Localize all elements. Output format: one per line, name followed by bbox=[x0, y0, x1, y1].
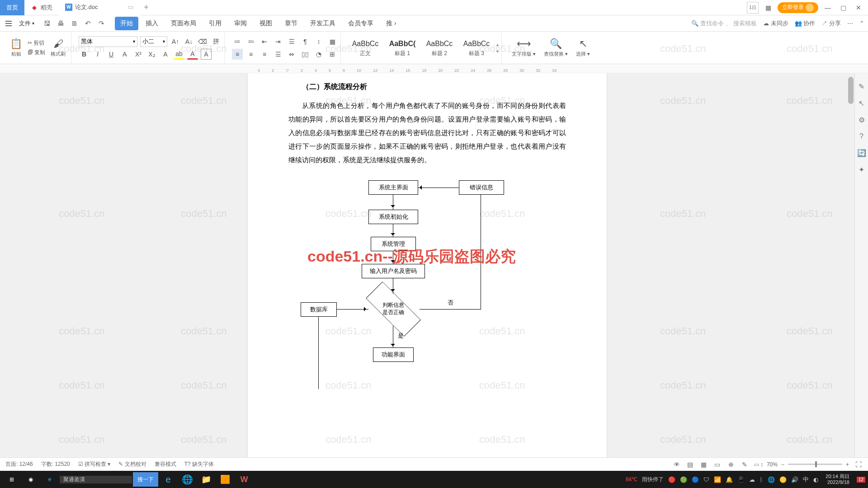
tray-icon-4[interactable]: 🛡 bbox=[703, 476, 709, 483]
undo-icon[interactable]: ↶ bbox=[83, 19, 92, 28]
eye-icon[interactable]: 👁 bbox=[673, 460, 681, 469]
tray-icon-7[interactable]: 📱 bbox=[737, 476, 745, 483]
tray-icon-5[interactable]: 📶 bbox=[714, 476, 721, 483]
missing-font[interactable]: T? 缺失字体 bbox=[184, 460, 214, 468]
styles-expand[interactable]: ▴▾ bbox=[496, 42, 499, 54]
word-count[interactable]: 字数: 12520 bbox=[41, 460, 70, 468]
tab-document[interactable]: W 论文.doc ▭ bbox=[59, 0, 140, 15]
bullets-button[interactable]: ≔ bbox=[232, 36, 243, 47]
select-button[interactable]: ↖选择 ▾ bbox=[573, 37, 593, 58]
tab-menu-icon[interactable]: ▭ bbox=[128, 4, 133, 10]
font-family-select[interactable]: 黑体▾ bbox=[79, 36, 137, 47]
tab-devtools[interactable]: 开发工具 bbox=[305, 17, 341, 30]
tab-reference[interactable]: 引用 bbox=[203, 17, 227, 30]
tab-page-layout[interactable]: 页面布局 bbox=[165, 17, 202, 30]
view-page-icon[interactable]: ▤ bbox=[686, 460, 694, 469]
clear-format-icon[interactable]: ⌫ bbox=[197, 36, 208, 47]
shrink-font-icon[interactable]: A↓ bbox=[184, 36, 194, 47]
align-right-button[interactable]: ≡ bbox=[259, 49, 270, 60]
paste-button[interactable]: 📋粘贴 bbox=[7, 37, 25, 58]
compat-mode[interactable]: 兼容模式 bbox=[155, 460, 176, 468]
style-h2[interactable]: AaBbCc标题 2 bbox=[422, 38, 457, 57]
edit-icon[interactable]: ✎ bbox=[741, 460, 749, 469]
italic-button[interactable]: I bbox=[92, 49, 103, 60]
sync-status[interactable]: ☁ 未同步 bbox=[763, 19, 788, 28]
fullscreen-icon[interactable]: ⛶ bbox=[854, 460, 863, 469]
ruler[interactable]: 42▽246810121416182022242628303234 bbox=[0, 64, 868, 73]
collab-button[interactable]: 👥 协作 bbox=[795, 19, 816, 28]
tray-icon-9[interactable]: 🟡 bbox=[779, 476, 787, 483]
chrome-icon[interactable]: 🌐 bbox=[178, 472, 196, 487]
tab-insert[interactable]: 插入 bbox=[140, 17, 164, 30]
zoom-in-button[interactable]: + bbox=[846, 461, 849, 468]
zoom-out-button[interactable]: − bbox=[781, 461, 784, 468]
align-justify-button[interactable]: ☰ bbox=[273, 49, 283, 60]
page-indicator[interactable]: 页面: 12/46 bbox=[5, 460, 33, 468]
increase-indent-button[interactable]: ⇥ bbox=[273, 36, 283, 47]
tray-icon-2[interactable]: 🟢 bbox=[680, 476, 687, 483]
tab-review[interactable]: 审阅 bbox=[229, 17, 252, 30]
font-color-button[interactable]: A bbox=[187, 49, 198, 60]
borders-button[interactable]: ⊞ bbox=[327, 49, 338, 60]
text-effect-button[interactable]: A bbox=[160, 49, 171, 60]
new-tab-button[interactable]: + bbox=[140, 3, 153, 12]
style-h1[interactable]: AaBbC(标题 1 bbox=[385, 38, 420, 57]
explorer-icon[interactable]: 📁 bbox=[197, 472, 215, 487]
grid-icon[interactable]: ▦ bbox=[762, 2, 774, 14]
strike-button[interactable]: A̵ bbox=[119, 49, 130, 60]
view-outline-icon[interactable]: ▦ bbox=[700, 460, 708, 469]
tab-vip[interactable]: 会员专享 bbox=[343, 17, 379, 30]
help-icon[interactable]: ? bbox=[859, 132, 863, 141]
redo-icon[interactable]: ↷ bbox=[97, 19, 106, 28]
grow-font-icon[interactable]: A↑ bbox=[170, 36, 181, 47]
taskbar-search-button[interactable]: 搜一下 bbox=[133, 472, 158, 487]
style-body[interactable]: AaBbCc正文 bbox=[348, 38, 382, 57]
tab-home[interactable]: 首页 bbox=[0, 0, 24, 15]
superscript-button[interactable]: X² bbox=[133, 49, 144, 60]
settings-icon[interactable]: ⚙ bbox=[859, 116, 865, 124]
preview-icon[interactable]: 🗎 bbox=[70, 19, 79, 28]
line-spacing-button[interactable]: ↕ bbox=[313, 36, 324, 47]
text-layout-button[interactable]: ⟷文字排版 ▾ bbox=[509, 37, 538, 58]
zoom-control[interactable]: ▭ ↕ 70% − + bbox=[754, 461, 849, 468]
ime-icon[interactable]: 中 bbox=[803, 475, 809, 483]
tab-chapter[interactable]: 章节 bbox=[279, 17, 303, 30]
login-button[interactable]: 立即登录 bbox=[778, 2, 818, 13]
font-size-select[interactable]: 小二▾ bbox=[140, 36, 167, 47]
style-h3[interactable]: AaBbCc标题 3 bbox=[459, 38, 494, 57]
bold-button[interactable]: B bbox=[79, 49, 90, 60]
app-icon[interactable]: 🟧 bbox=[216, 472, 234, 487]
mode-icon[interactable]: 1日 bbox=[747, 2, 759, 14]
columns-button[interactable]: ▯▯ bbox=[300, 49, 311, 60]
cut-button[interactable]: ✂ 剪切 bbox=[28, 39, 45, 47]
view-web-icon[interactable]: ⊕ bbox=[727, 460, 735, 469]
maximize-button[interactable]: ▢ bbox=[837, 2, 849, 14]
fill-button[interactable]: ◔ bbox=[313, 49, 324, 60]
notification-center[interactable]: 12 bbox=[857, 477, 865, 483]
show-marks-button[interactable]: ¶ bbox=[300, 36, 311, 47]
print-icon[interactable]: 🖶 bbox=[56, 19, 65, 28]
tray-icon-8[interactable]: ☁ bbox=[749, 476, 755, 483]
document-canvas[interactable]: （二）系统流程分析 从系统的角色上分析，每个用户角色都代表了不同的账号身份，而不… bbox=[0, 73, 854, 471]
align-center-button[interactable]: ≡ bbox=[245, 49, 256, 60]
copy-button[interactable]: 🗐 复制 bbox=[28, 49, 45, 56]
pen-icon[interactable]: ✎ bbox=[859, 82, 864, 91]
shading-button[interactable]: ▦ bbox=[327, 36, 338, 47]
sort-button[interactable]: ☰ bbox=[286, 36, 297, 47]
view-read-icon[interactable]: ▭ bbox=[713, 460, 722, 469]
ie-icon[interactable]: e bbox=[41, 472, 59, 487]
decrease-indent-button[interactable]: ⇤ bbox=[259, 36, 270, 47]
align-left-button[interactable]: ≡ bbox=[232, 49, 243, 60]
hamburger-icon[interactable] bbox=[4, 19, 14, 28]
tray-icon-10[interactable]: ◐ bbox=[813, 476, 818, 483]
vertical-scrollbar[interactable] bbox=[847, 73, 854, 471]
temp-indicator[interactable]: 84℃ bbox=[626, 476, 637, 483]
tray-icon-bt[interactable]: ᛒ bbox=[760, 476, 763, 483]
tray-icon-net[interactable]: 🌐 bbox=[768, 476, 775, 483]
tab-view[interactable]: 视图 bbox=[254, 17, 278, 30]
underline-button[interactable]: U bbox=[106, 49, 117, 60]
cursor-icon[interactable]: ↖ bbox=[859, 99, 864, 108]
tray-icon-6[interactable]: 🔔 bbox=[726, 476, 733, 483]
format-painter-button[interactable]: 🖌格式刷 bbox=[48, 37, 68, 58]
ai-icon[interactable]: ✦ bbox=[859, 165, 864, 174]
